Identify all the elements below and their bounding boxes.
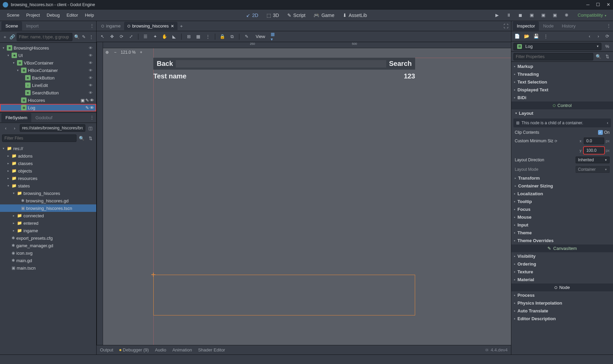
section-ordering[interactable]: ▸Ordering bbox=[511, 260, 613, 268]
class-control-header[interactable]: Control bbox=[511, 102, 613, 109]
node-lineedit[interactable]: ILineEdit👁 bbox=[0, 81, 96, 89]
section-transform[interactable]: ▸Transform bbox=[511, 174, 613, 182]
lock-icon[interactable]: 🔒 bbox=[219, 33, 226, 40]
render-settings-button[interactable]: ❋ bbox=[563, 12, 570, 19]
menu-help[interactable]: Help bbox=[82, 11, 98, 20]
node-backbutton[interactable]: BBackButton👁 bbox=[0, 74, 96, 81]
view-menu[interactable]: View bbox=[252, 33, 269, 40]
inspector-dock-menu-icon[interactable]: ⋮ bbox=[607, 23, 611, 28]
section-visibility[interactable]: ▸Visibility bbox=[511, 252, 613, 260]
object-selector[interactable]: ⊟ Log ▼ bbox=[513, 43, 601, 50]
fs-browsing-hiscores[interactable]: ▾📁browsing_hiscores bbox=[0, 189, 96, 197]
inspector-extra-menu-icon[interactable]: ⋮ bbox=[542, 33, 549, 40]
menu-scene[interactable]: Scene bbox=[3, 11, 23, 20]
scene-filter-input[interactable] bbox=[17, 33, 72, 41]
visibility-toggle-icon[interactable]: 👁 bbox=[89, 61, 94, 65]
visibility-toggle-icon[interactable]: 👁 bbox=[89, 91, 94, 95]
instance-icon[interactable]: ▣ bbox=[81, 98, 85, 103]
filesystem-dock-menu-icon[interactable]: ⋮ bbox=[90, 115, 94, 120]
tab-import[interactable]: Import bbox=[22, 21, 43, 31]
info-expand-icon[interactable]: ‹ bbox=[607, 121, 608, 125]
sort-options-button[interactable]: ⇅ bbox=[87, 134, 94, 142]
fs-entered[interactable]: ▸📁entered bbox=[0, 219, 96, 227]
scene-extra-menu-icon[interactable]: ⋮ bbox=[88, 33, 94, 41]
section-physics-interp[interactable]: ▸Physics Interpolation bbox=[511, 299, 613, 307]
section-input[interactable]: ▸Input bbox=[511, 221, 613, 229]
scale-tool-icon[interactable]: ⤢ bbox=[127, 33, 135, 40]
fs-ingame[interactable]: ▸📁ingame bbox=[0, 227, 96, 234]
node-hboxcontainer[interactable]: ▾⊟HBoxContainer👁 bbox=[0, 67, 96, 74]
visibility-toggle-icon[interactable]: 👁 bbox=[90, 98, 94, 103]
section-auto-translate[interactable]: ▸Auto Translate bbox=[511, 307, 613, 315]
class-node-header[interactable]: Node bbox=[511, 284, 613, 291]
open-resource-icon[interactable]: 📂 bbox=[523, 33, 530, 40]
section-bidi[interactable]: ▸BiDi bbox=[511, 94, 613, 102]
stop-button[interactable]: ◼ bbox=[516, 12, 524, 19]
tab-animation[interactable]: Animation bbox=[172, 347, 192, 352]
fs-connected[interactable]: ▸📁connected bbox=[0, 212, 96, 219]
workspace-assetlib-button[interactable]: ⬇ AssetLib bbox=[339, 11, 371, 20]
history-forward-icon[interactable]: › bbox=[595, 33, 602, 40]
history-refresh-icon[interactable]: ⟳ bbox=[603, 33, 611, 40]
section-editor-desc[interactable]: ▸Editor Description bbox=[511, 315, 613, 323]
fs-bh-tscn[interactable]: ▣browsing_hiscores.tscn bbox=[0, 204, 96, 212]
window-maximize-button[interactable]: ☐ bbox=[596, 3, 600, 7]
pan-tool-icon[interactable]: ✋ bbox=[161, 33, 168, 40]
section-text-selection[interactable]: ▸Text Selection bbox=[511, 78, 613, 86]
nav-forward-button[interactable]: › bbox=[11, 124, 18, 132]
workspace-script-button[interactable]: ✎ Script bbox=[284, 11, 309, 20]
tab-audio[interactable]: Audio bbox=[155, 347, 166, 352]
visibility-toggle-icon[interactable]: 👁 bbox=[89, 76, 94, 80]
menu-project[interactable]: Project bbox=[23, 11, 43, 20]
close-tab-icon[interactable]: ✕ bbox=[171, 24, 174, 29]
instance-child-button[interactable]: 🔗 bbox=[9, 33, 15, 41]
section-focus[interactable]: ▸Focus bbox=[511, 205, 613, 213]
fs-classes[interactable]: ▸📁classes bbox=[0, 160, 96, 167]
pause-button[interactable]: ⏸ bbox=[505, 12, 512, 19]
min-size-x-input[interactable]: 0.0 bbox=[584, 138, 604, 144]
section-threading[interactable]: ▸Threading bbox=[511, 70, 613, 78]
tab-debugger[interactable]: Debugger (9) bbox=[119, 347, 149, 352]
distraction-free-button[interactable]: ⛶ bbox=[502, 22, 510, 30]
renderer-dropdown[interactable]: Compatibility ▼ bbox=[575, 11, 610, 19]
workspace-3d-button[interactable]: ⬚ 3D bbox=[263, 11, 283, 20]
tab-output[interactable]: Output bbox=[100, 347, 113, 352]
tab-scene[interactable]: Scene bbox=[1, 21, 22, 31]
snap-options-icon[interactable]: ⋮ bbox=[204, 33, 211, 40]
workspace-game-button[interactable]: 🎮 Game bbox=[310, 11, 338, 20]
visibility-toggle-icon[interactable]: 👁 bbox=[89, 83, 94, 87]
workspace-2d-button[interactable]: ↙ 2D bbox=[243, 11, 262, 20]
clip-contents-checkbox[interactable]: ✓ bbox=[598, 130, 603, 135]
fs-root[interactable]: ▾📁res:// bbox=[0, 145, 96, 152]
section-mouse[interactable]: ▸Mouse bbox=[511, 213, 613, 221]
section-theme-overrides[interactable]: ▸Theme Overrides bbox=[511, 237, 613, 244]
section-localization[interactable]: ▸Localization bbox=[511, 190, 613, 198]
attach-script-button[interactable]: ✎ bbox=[81, 33, 87, 41]
visibility-toggle-icon[interactable]: 👁 bbox=[89, 53, 94, 57]
menu-debug[interactable]: Debug bbox=[43, 11, 63, 20]
play-custom-button[interactable]: ▣ bbox=[540, 12, 547, 19]
section-theme[interactable]: ▸Theme bbox=[511, 229, 613, 237]
selection-rect[interactable] bbox=[153, 275, 415, 315]
fs-icon-svg[interactable]: ◉icon.svg bbox=[0, 249, 96, 257]
scene-dock-menu-icon[interactable]: ⋮ bbox=[90, 23, 94, 28]
filesystem-filter-input[interactable] bbox=[2, 134, 76, 142]
move-tool-icon[interactable]: ✥ bbox=[108, 33, 116, 40]
grid-snap-icon[interactable]: ▦ bbox=[194, 33, 202, 40]
node-vboxcontainer[interactable]: ▾⊟VBoxContainer👁 bbox=[0, 59, 96, 67]
play-button[interactable]: ▶ bbox=[493, 12, 501, 19]
menu-editor[interactable]: Editor bbox=[63, 11, 82, 20]
node-browsinghiscores[interactable]: ▾⊞BrowsingHiscores👁 bbox=[0, 44, 96, 52]
history-back-icon[interactable]: ‹ bbox=[586, 33, 593, 40]
min-size-y-input[interactable]: 100.0 bbox=[584, 147, 604, 154]
add-scene-tab-button[interactable]: ＋ bbox=[177, 22, 185, 30]
tab-godobuf[interactable]: Godobuf bbox=[31, 113, 56, 122]
group-icon[interactable]: ⧉ bbox=[228, 33, 236, 40]
play-scene-button[interactable]: ▣ bbox=[528, 12, 535, 19]
search-icon[interactable]: 🔍 bbox=[74, 33, 80, 41]
node-ui[interactable]: ▾⊕UI👁 bbox=[0, 52, 96, 59]
search-icon[interactable]: 🔍 bbox=[595, 53, 602, 60]
node-searchbutton[interactable]: BSearchButton👁 bbox=[0, 89, 96, 96]
path-input[interactable] bbox=[20, 124, 85, 132]
visibility-toggle-icon[interactable]: 👁 bbox=[90, 105, 94, 110]
